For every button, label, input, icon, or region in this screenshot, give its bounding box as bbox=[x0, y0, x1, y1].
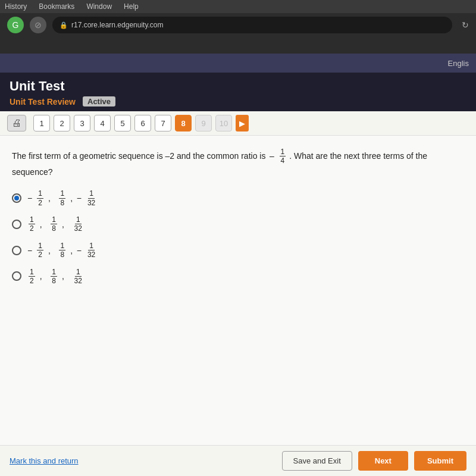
question-btn-8[interactable]: 8 bbox=[175, 115, 192, 131]
option-b-fractions: 12, 18, 132 bbox=[27, 215, 84, 233]
opt-a-frac2: 18 bbox=[59, 189, 65, 207]
radio-b[interactable] bbox=[12, 220, 21, 229]
opt-b-frac2: 18 bbox=[51, 215, 57, 233]
opt-d-frac3: 132 bbox=[73, 268, 83, 286]
mark-return-link[interactable]: Mark this and return bbox=[10, 456, 79, 465]
opt-b-frac1: 12 bbox=[29, 215, 35, 233]
option-d-fractions: 12, 18, 132 bbox=[27, 268, 84, 286]
opt-a-frac3: 132 bbox=[86, 189, 96, 207]
lock-icon: 🔒 bbox=[60, 21, 68, 29]
app-container: Englis Unit Test Unit Test Review Active… bbox=[0, 54, 476, 476]
opt-d-frac2: 18 bbox=[51, 268, 57, 286]
address-text: r17.core.learn.edgenuity.com bbox=[71, 21, 164, 29]
option-a[interactable]: −12, 18, −132 bbox=[12, 189, 464, 207]
radio-d[interactable] bbox=[12, 271, 21, 281]
footer-buttons: Save and Exit Next Submit bbox=[282, 451, 466, 471]
save-exit-button[interactable]: Save and Exit bbox=[282, 451, 352, 471]
option-d-text: 12, 18, 132 bbox=[27, 268, 84, 286]
opt-c-frac3: 132 bbox=[86, 242, 96, 259]
option-d[interactable]: 12, 18, 132 bbox=[12, 268, 464, 286]
question-text-before: The first term of a geometric sequence i… bbox=[12, 151, 265, 161]
address-bar-row: G ⊘ 🔒 r17.core.learn.edgenuity.com ↻ bbox=[0, 13, 476, 37]
status-badge: Active bbox=[83, 96, 115, 107]
unit-test-header: Unit Test Unit Test Review Active bbox=[0, 73, 476, 111]
question-btn-1[interactable]: 1 bbox=[33, 115, 50, 131]
ratio-fraction: 1 4 bbox=[280, 148, 286, 165]
option-c-fractions: −12, 18, −132 bbox=[27, 242, 98, 259]
top-accent-bar: Englis bbox=[0, 54, 476, 73]
menu-bookmarks[interactable]: Bookmarks bbox=[39, 2, 74, 11]
question-btn-7[interactable]: 7 bbox=[155, 115, 171, 131]
menu-bar: History Bookmarks Window Help bbox=[0, 0, 476, 13]
nav-stop-button[interactable]: ⊘ bbox=[30, 17, 46, 33]
option-a-fractions: −12, 18, −132 bbox=[27, 189, 98, 207]
unit-test-review-label: Unit Test Review bbox=[10, 97, 76, 107]
ratio-denominator: 4 bbox=[280, 156, 286, 165]
question-text: The first term of a geometric sequence i… bbox=[12, 148, 464, 178]
opt-c-frac2: 18 bbox=[59, 242, 65, 259]
opt-d-frac1: 12 bbox=[29, 268, 35, 286]
language-label: Englis bbox=[448, 59, 469, 68]
question-btn-3[interactable]: 3 bbox=[74, 115, 90, 131]
option-b-text: 12, 18, 132 bbox=[27, 215, 84, 233]
option-b[interactable]: 12, 18, 132 bbox=[12, 215, 464, 233]
printer-icon: 🖨 bbox=[12, 118, 21, 129]
page-title: Unit Test bbox=[10, 79, 466, 94]
opt-c-frac1: 12 bbox=[37, 242, 43, 259]
radio-a-fill bbox=[14, 196, 19, 201]
radio-c[interactable] bbox=[12, 246, 21, 255]
print-button[interactable]: 🖨 bbox=[7, 115, 26, 131]
opt-a-frac1: 12 bbox=[37, 189, 43, 207]
radio-a[interactable] bbox=[12, 193, 21, 203]
question-btn-6[interactable]: 6 bbox=[134, 115, 151, 131]
question-btn-4[interactable]: 4 bbox=[94, 115, 111, 131]
question-btn-10[interactable]: 10 bbox=[215, 115, 232, 131]
question-btn-5[interactable]: 5 bbox=[114, 115, 131, 131]
refresh-button[interactable]: ↻ bbox=[462, 20, 469, 30]
subtitle-row: Unit Test Review Active bbox=[10, 96, 466, 111]
nav-back-button[interactable]: G bbox=[7, 17, 24, 33]
option-c[interactable]: −12, 18, −132 bbox=[12, 242, 464, 259]
submit-button[interactable]: Submit bbox=[414, 451, 466, 471]
ratio-numerator: 1 bbox=[280, 148, 286, 156]
question-btn-9[interactable]: 9 bbox=[195, 115, 212, 131]
menu-window[interactable]: Window bbox=[86, 2, 112, 11]
question-nav-next-arrow[interactable]: ▶ bbox=[236, 115, 249, 131]
address-bar[interactable]: 🔒 r17.core.learn.edgenuity.com bbox=[52, 17, 452, 33]
answer-options: −12, 18, −132 12, 18, 132 bbox=[12, 189, 464, 285]
menu-help[interactable]: Help bbox=[124, 2, 139, 11]
opt-b-frac3: 132 bbox=[73, 215, 83, 233]
option-c-text: −12, 18, −132 bbox=[27, 242, 98, 259]
question-btn-2[interactable]: 2 bbox=[54, 115, 70, 131]
footer-bar: Mark this and return Save and Exit Next … bbox=[0, 445, 476, 476]
next-button[interactable]: Next bbox=[358, 451, 408, 471]
option-a-text: −12, 18, −132 bbox=[27, 189, 98, 207]
browser-chrome: History Bookmarks Window Help G ⊘ 🔒 r17.… bbox=[0, 0, 476, 54]
question-nav-bar: 🖨 1 2 3 4 5 6 7 8 9 10 ▶ bbox=[0, 111, 476, 136]
question-content: The first term of a geometric sequence i… bbox=[0, 136, 476, 445]
menu-history[interactable]: History bbox=[5, 2, 27, 11]
